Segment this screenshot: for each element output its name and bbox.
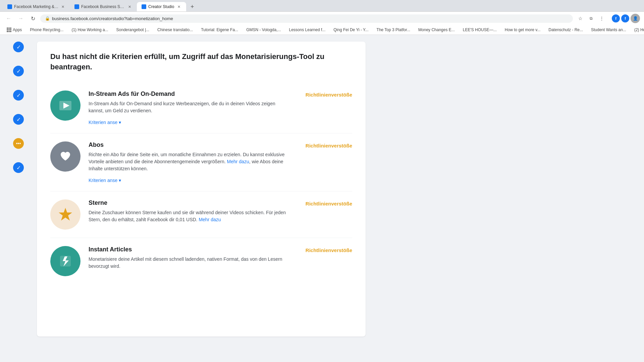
tab-label: Facebook Business Suite: [81, 4, 125, 9]
sidebar-check-1: ✓: [13, 42, 24, 52]
forward-button[interactable]: →: [16, 14, 25, 23]
in-stream-icon-wrapper: [50, 90, 80, 121]
in-stream-content: In-Stream Ads für On-Demand In-Stream Ad…: [89, 90, 290, 125]
sterne-mehr-dazu-link[interactable]: Mehr dazu: [199, 217, 221, 222]
url-text: business.facebook.com/creatorstudio?tab=…: [52, 16, 173, 21]
kriterien-label: Kriterien anse: [89, 178, 117, 183]
bookmark-lessons[interactable]: Lessons Learned f...: [286, 26, 328, 33]
bookmark-sonderangebot[interactable]: Sonderangebot |...: [114, 26, 152, 33]
fb-icon-2[interactable]: f: [621, 14, 629, 22]
sidebar-check-4: ✓: [13, 114, 24, 125]
fb-profile-icons: f f 👤: [612, 14, 640, 23]
heart-icon: [58, 149, 73, 164]
check-icon-4: ✓: [16, 116, 21, 123]
tab-close-btn[interactable]: ✕: [127, 4, 132, 9]
bookmark-gmsn[interactable]: GMSN - Vologda,...: [244, 26, 283, 33]
tab-creator-studio[interactable]: Creator Studio ✕: [137, 2, 186, 11]
main-content: Du hast nicht die Kriterien erfüllt, um …: [37, 42, 366, 337]
in-stream-status: Richtlinienverstöße: [299, 90, 352, 98]
tab-close-btn[interactable]: ✕: [61, 4, 65, 9]
bookmark-chinese[interactable]: Chinese translatio...: [155, 26, 196, 33]
sidebar-pending-5: •••: [13, 138, 24, 149]
page-wrapper: ✓ ✓ ✓ ✓ ••• ✓ Du hast nicht die Kriterie…: [0, 35, 644, 343]
check-icon-3: ✓: [16, 92, 21, 99]
check-icon-1: ✓: [16, 44, 21, 50]
browser-toolbar: ← → ↻ 🔒 business.facebook.com/creatorstu…: [0, 11, 644, 25]
bookmark-top3[interactable]: The Top 3 Platfor...: [374, 26, 413, 33]
tab-label: Creator Studio: [148, 4, 174, 9]
sidebar-check-2: ✓: [13, 66, 24, 76]
toolbar-actions: ☆ ⧉ ⋮: [576, 14, 606, 23]
svg-marker-2: [59, 208, 72, 221]
bookmark-star-button[interactable]: ☆: [576, 14, 585, 23]
extensions-button[interactable]: ⧉: [586, 14, 596, 23]
bookmarks-bar: Apps Phone Recycling... (1) How Working …: [0, 25, 644, 35]
bookmark-how-add[interactable]: (2) How To Add A...: [632, 26, 644, 33]
bookmark-datenschutz[interactable]: Datenschutz - Re...: [546, 26, 586, 33]
url-bar[interactable]: 🔒 business.facebook.com/creatorstudio?ta…: [40, 14, 573, 23]
tab-close-btn[interactable]: ✕: [176, 4, 181, 9]
instant-articles-title: Instant Articles: [89, 246, 290, 253]
star-icon: [57, 206, 74, 223]
richtlinien-badge: Richtlinienverstöße: [306, 92, 352, 98]
bookmark-how-get-more[interactable]: How to get more v...: [502, 26, 543, 33]
lock-icon: 🔒: [45, 16, 50, 21]
new-tab-button[interactable]: +: [187, 2, 197, 11]
tab-favicon: [7, 4, 12, 9]
tab-favicon: [142, 4, 146, 9]
abos-content: Abos Richte ein Abo für deine Seite ein,…: [89, 141, 290, 183]
bookmark-apps-label: Apps: [13, 27, 22, 32]
back-icon: ←: [6, 15, 11, 21]
abos-mehr-dazu-link[interactable]: Mehr dazu: [227, 159, 249, 164]
abos-icon-wrapper: [50, 141, 80, 172]
menu-button[interactable]: ⋮: [597, 14, 606, 23]
forward-icon: →: [18, 15, 23, 21]
sidebar-check-6: ✓: [13, 162, 24, 173]
check-icon-2: ✓: [16, 68, 21, 74]
tab-label: Facebook Marketing & Werbe...: [14, 4, 59, 9]
chevron-down-icon: ▾: [119, 120, 121, 125]
in-stream-kriterien-button[interactable]: Kriterien anse ▾: [89, 120, 121, 125]
bookmark-qing[interactable]: Qing Fei De Yi - Y...: [331, 26, 371, 33]
bookmark-money[interactable]: Money Changes E...: [416, 26, 458, 33]
tab-favicon: [74, 4, 79, 9]
richtlinien-badge: Richtlinienverstöße: [306, 247, 352, 253]
refresh-button[interactable]: ↻: [28, 14, 38, 23]
video-play-icon: [58, 98, 73, 113]
tab-fb-business[interactable]: Facebook Business Suite ✕: [70, 2, 137, 11]
bookmark-how-working[interactable]: (1) How Working a...: [69, 26, 111, 33]
bookmark-lees[interactable]: LEE'S HOUSE—...: [460, 26, 499, 33]
abos-status: Richtlinienverstöße: [299, 141, 352, 148]
sterne-status: Richtlinienverstöße: [299, 199, 352, 206]
sterne-title: Sterne: [89, 199, 290, 206]
bookmark-tutorial[interactable]: Tutorial: Eigene Fa...: [198, 26, 241, 33]
abos-title: Abos: [89, 141, 290, 148]
lightning-icon: [58, 254, 73, 268]
instant-articles-content: Instant Articles Monetarisiere deine Art…: [89, 246, 290, 273]
bookmark-phone-recycling[interactable]: Phone Recycling...: [27, 26, 66, 33]
monetization-item-in-stream: In-Stream Ads für On-Demand In-Stream Ad…: [50, 82, 352, 133]
page-header: Du hast nicht die Kriterien erfüllt, um …: [50, 52, 352, 72]
instant-articles-status: Richtlinienverstöße: [299, 246, 352, 253]
abos-kriterien-button[interactable]: Kriterien anse ▾: [89, 178, 121, 183]
profile-avatar[interactable]: 👤: [631, 14, 640, 23]
richtlinien-badge: Richtlinienverstöße: [306, 201, 352, 206]
apps-grid-icon: [7, 27, 11, 32]
bookmark-student[interactable]: Student Wants an...: [588, 26, 629, 33]
left-sidebar: ✓ ✓ ✓ ✓ ••• ✓: [0, 35, 37, 343]
tab-bar: Facebook Marketing & Werbe... ✕ Facebook…: [0, 0, 644, 11]
right-panel: [379, 35, 406, 343]
in-stream-desc: In-Stream Ads für On-Demand sind kurze W…: [89, 100, 290, 114]
chevron-down-icon: ▾: [119, 178, 121, 183]
sidebar-check-3: ✓: [13, 90, 24, 101]
abos-desc: Richte ein Abo für deine Seite ein, um m…: [89, 151, 290, 172]
instant-articles-desc: Monetarisiere deine Artikel mit diesem s…: [89, 256, 290, 270]
sterne-desc: Deine Zuschauer können Sterne kaufen und…: [89, 209, 290, 223]
refresh-icon: ↻: [31, 15, 35, 22]
back-button[interactable]: ←: [4, 14, 13, 23]
fb-icon-1[interactable]: f: [612, 14, 620, 22]
monetization-item-sterne: Sterne Deine Zuschauer können Sterne kau…: [50, 191, 352, 238]
tab-fb-marketing[interactable]: Facebook Marketing & Werbe... ✕: [3, 2, 70, 11]
bookmark-apps[interactable]: Apps: [4, 26, 24, 33]
instant-articles-icon-wrapper: [50, 246, 80, 276]
